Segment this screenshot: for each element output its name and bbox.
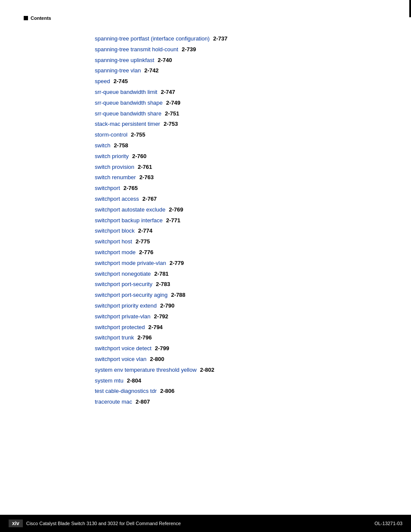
toc-link[interactable]: switchport mode private-vlan xyxy=(95,259,166,268)
toc-page-number: 2-747 xyxy=(161,88,175,97)
toc-link[interactable]: switchport block xyxy=(95,227,134,236)
toc-link[interactable]: switchport autostate exclude xyxy=(95,205,165,215)
toc-page-number: 2-781 xyxy=(154,270,168,279)
toc-entry: switchport priority extend2-790 xyxy=(95,302,377,311)
toc-page-number: 2-775 xyxy=(136,237,150,246)
toc-page-number: 2-806 xyxy=(160,387,174,396)
toc-entry: switchport host2-775 xyxy=(95,237,377,246)
toc-page-number: 2-779 xyxy=(169,259,184,268)
toc-entry: srr-queue bandwidth limit2-747 xyxy=(95,88,377,97)
toc-page-number: 2-760 xyxy=(132,152,146,161)
toc-link[interactable]: switchport voice detect xyxy=(95,344,152,353)
toc-entry: switchport voice vlan2-800 xyxy=(95,355,377,364)
toc-page-number: 2-742 xyxy=(144,66,159,75)
toc-entry: switchport block2-774 xyxy=(95,227,377,236)
toc-link[interactable]: spanning-tree uplinkfast xyxy=(95,56,154,65)
toc-link[interactable]: test cable-diagnostics tdr xyxy=(95,387,157,396)
toc-link[interactable]: switch provision xyxy=(95,163,134,172)
toc-link[interactable]: switchport trunk xyxy=(95,333,134,342)
toc-entry: spanning-tree uplinkfast2-740 xyxy=(95,56,377,65)
toc-link[interactable]: srr-queue bandwidth limit xyxy=(95,88,157,97)
toc-entry: switch2-758 xyxy=(95,141,377,150)
toc-link[interactable]: switchport nonegotiate xyxy=(95,270,151,279)
toc-entry: storm-control2-755 xyxy=(95,131,377,140)
toc-page-number: 2-758 xyxy=(114,141,128,150)
toc-link[interactable]: switchport protected xyxy=(95,323,145,332)
toc-link[interactable]: switchport priority extend xyxy=(95,302,157,311)
toc-link[interactable]: speed xyxy=(95,77,110,86)
toc-entry: switchport private-vlan2-792 xyxy=(95,312,377,321)
toc-page-number: 2-765 xyxy=(124,184,138,193)
toc-entry: stack-mac persistent timer2-753 xyxy=(95,120,377,129)
toc-entry: switchport voice detect2-799 xyxy=(95,344,377,353)
toc-page-number: 2-740 xyxy=(158,56,172,65)
toc-link[interactable]: switchport private-vlan xyxy=(95,312,150,321)
toc-entry: switchport port-security aging2-788 xyxy=(95,291,377,300)
toc-page-number: 2-755 xyxy=(131,131,145,140)
toc-page-number: 2-794 xyxy=(148,323,162,332)
toc-page-number: 2-799 xyxy=(155,344,169,353)
toc-entry: switchport mode2-776 xyxy=(95,248,377,257)
header-label: Contents xyxy=(31,16,51,21)
toc-link[interactable]: switch xyxy=(95,141,110,150)
footer-page-number: xiv xyxy=(9,520,23,527)
toc-entry: switchport access2-767 xyxy=(95,195,377,204)
footer: xiv Cisco Catalyst Blade Switch 3130 and… xyxy=(0,515,411,532)
footer-left: xiv Cisco Catalyst Blade Switch 3130 and… xyxy=(9,520,181,527)
toc-entry: switchport protected2-794 xyxy=(95,323,377,332)
toc-link[interactable]: spanning-tree vlan xyxy=(95,66,141,75)
toc-entry: switch provision2-761 xyxy=(95,163,377,172)
toc-page-number: 2-796 xyxy=(137,333,152,342)
toc-page-number: 2-753 xyxy=(164,120,178,129)
toc-entry: switchport nonegotiate2-781 xyxy=(95,270,377,279)
toc-link[interactable]: switchport backup interface xyxy=(95,216,163,225)
toc-link[interactable]: traceroute mac xyxy=(95,398,132,407)
toc-entry: switchport port-security2-783 xyxy=(95,280,377,289)
toc-page-number: 2-767 xyxy=(143,195,157,204)
toc-page-number: 2-763 xyxy=(139,173,153,182)
toc-entry: system mtu2-804 xyxy=(95,376,377,386)
toc-page-number: 2-774 xyxy=(138,227,152,236)
toc-page-number: 2-776 xyxy=(139,248,153,257)
toc-link[interactable]: switch renumber xyxy=(95,173,136,182)
toc-link[interactable]: spanning-tree portfast (interface config… xyxy=(95,34,210,44)
toc-link[interactable]: switchport access xyxy=(95,195,139,204)
toc-entry: traceroute mac2-807 xyxy=(95,398,377,407)
header: Contents xyxy=(24,16,51,21)
toc-link[interactable]: system mtu xyxy=(95,376,123,386)
toc-link[interactable]: spanning-tree transmit hold-count xyxy=(95,45,178,54)
header-square-icon xyxy=(24,16,28,20)
toc-page-number: 2-783 xyxy=(156,280,170,289)
toc-content: spanning-tree portfast (interface config… xyxy=(95,34,377,408)
toc-link[interactable]: switchport port-security aging xyxy=(95,291,168,300)
toc-page-number: 2-790 xyxy=(160,302,174,311)
top-border-accent xyxy=(409,0,411,17)
toc-page-number: 2-749 xyxy=(166,99,181,108)
toc-entry: switchport backup interface2-771 xyxy=(95,216,377,225)
toc-entry: switch priority2-760 xyxy=(95,152,377,161)
toc-entry: srr-queue bandwidth share2-751 xyxy=(95,109,377,118)
toc-page-number: 2-745 xyxy=(113,77,128,86)
toc-entry: spanning-tree portfast (interface config… xyxy=(95,34,377,44)
toc-link[interactable]: storm-control xyxy=(95,131,128,140)
toc-page-number: 2-771 xyxy=(166,216,181,225)
toc-link[interactable]: switchport port-security xyxy=(95,280,153,289)
toc-page-number: 2-800 xyxy=(150,355,164,364)
toc-link[interactable]: switch priority xyxy=(95,152,129,161)
toc-link[interactable]: stack-mac persistent timer xyxy=(95,120,160,129)
toc-link[interactable]: srr-queue bandwidth share xyxy=(95,109,162,118)
toc-link[interactable]: switchport voice vlan xyxy=(95,355,146,364)
toc-link[interactable]: srr-queue bandwidth shape xyxy=(95,99,163,108)
toc-entry: switchport trunk2-796 xyxy=(95,333,377,342)
toc-page-number: 2-792 xyxy=(154,312,168,321)
toc-entry: speed2-745 xyxy=(95,77,377,86)
toc-link[interactable]: switchport mode xyxy=(95,248,136,257)
toc-entry: switchport autostate exclude2-769 xyxy=(95,205,377,215)
toc-link[interactable]: switchport xyxy=(95,184,120,193)
toc-link[interactable]: system env temperature threshold yellow xyxy=(95,366,196,375)
page: Contents spanning-tree portfast (interfa… xyxy=(0,0,411,532)
toc-page-number: 2-804 xyxy=(127,376,141,386)
toc-page-number: 2-761 xyxy=(138,163,152,172)
toc-entry: srr-queue bandwidth shape2-749 xyxy=(95,99,377,108)
toc-link[interactable]: switchport host xyxy=(95,237,132,246)
